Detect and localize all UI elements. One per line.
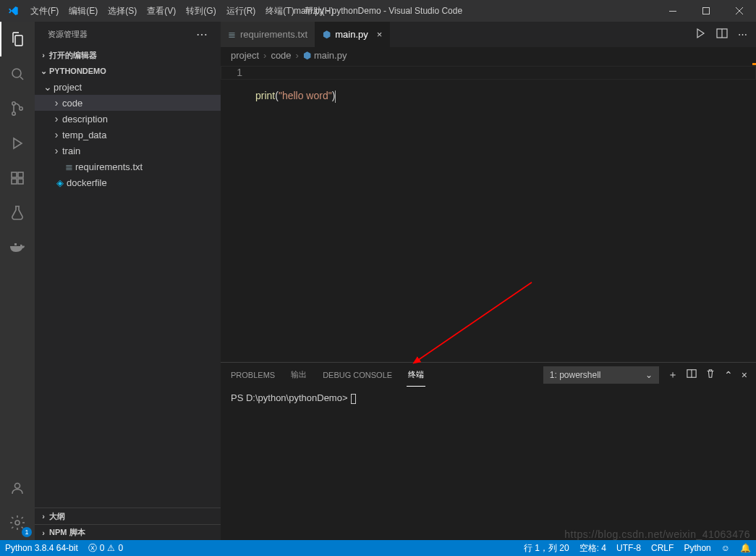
editor-tabs: ≣ requirements.txt ⬢ main.py × ⋯ — [221, 22, 756, 47]
panel-tab-debug-console[interactable]: DEBUG CONSOLE — [321, 363, 394, 387]
activity-settings[interactable]: 1 — [0, 505, 35, 540]
activity-bar: 1 — [0, 22, 35, 540]
split-terminal-icon[interactable] — [687, 368, 697, 381]
vscode-icon — [0, 5, 25, 17]
svg-point-4 — [12, 112, 15, 115]
svg-point-5 — [20, 107, 22, 110]
svg-rect-8 — [18, 179, 23, 184]
tree-folder-temp-data[interactable]: › temp_data — [35, 127, 221, 143]
terminal-cursor — [351, 394, 356, 404]
activity-docker[interactable] — [0, 230, 35, 265]
status-bar: Python 3.8.4 64-bit ⓧ0 ⚠0 行 1，列 20 空格: 4… — [0, 540, 756, 556]
breadcrumb-code[interactable]: code — [271, 50, 291, 61]
menu-go[interactable]: 转到(G) — [181, 0, 221, 22]
status-notifications-icon[interactable]: 🔔 — [735, 540, 756, 556]
status-language[interactable]: Python — [679, 540, 715, 556]
svg-point-15 — [15, 521, 20, 525]
menu-edit[interactable]: 编辑(E) — [64, 0, 103, 22]
tree-folder-code[interactable]: › code — [35, 95, 221, 111]
explorer-sidebar: 资源管理器 ⋯ › 打开的编辑器 ⌄ PYTHONDEMO ⌄ project … — [35, 22, 221, 540]
split-editor-icon[interactable] — [716, 28, 728, 41]
minimize-button[interactable] — [656, 0, 689, 22]
terminal-prompt: PS D:\python\pythonDemo> — [231, 392, 348, 403]
minimap[interactable] — [698, 63, 756, 362]
status-indent[interactable]: 空格: 4 — [574, 540, 611, 556]
line-number-gutter: 1 — [221, 63, 255, 362]
more-actions-icon[interactable]: ⋯ — [738, 29, 747, 40]
file-icon: ≣ — [62, 161, 75, 172]
status-python-interpreter[interactable]: Python 3.8.4 64-bit — [0, 540, 83, 556]
panel-tab-problems[interactable]: PROBLEMS — [229, 363, 276, 387]
svg-rect-9 — [18, 172, 23, 177]
maximize-panel-icon[interactable]: ⌃ — [724, 369, 733, 381]
tree-file-requirements[interactable]: ≣ requirements.txt — [35, 159, 221, 174]
tree-folder-description[interactable]: › description — [35, 111, 221, 127]
tab-label: main.py — [335, 29, 368, 40]
window-title: main.py - pythonDemo - Visual Studio Cod… — [294, 6, 462, 16]
menu-bar: 文件(F) 编辑(E) 选择(S) 查看(V) 转到(G) 运行(R) 终端(T… — [25, 0, 339, 22]
terminal-content[interactable]: PS D:\python\pythonDemo> — [221, 387, 756, 540]
sidebar-title: 资源管理器 — [48, 29, 88, 40]
status-problems[interactable]: ⓧ0 ⚠0 — [83, 540, 128, 556]
chevron-right-icon: › — [38, 51, 49, 59]
breadcrumb-project[interactable]: project — [231, 50, 259, 61]
status-feedback-icon[interactable]: ☺ — [716, 540, 735, 556]
activity-accounts[interactable] — [0, 471, 35, 505]
maximize-button[interactable] — [689, 0, 723, 22]
activity-explorer[interactable] — [0, 22, 35, 56]
new-terminal-icon[interactable]: ＋ — [668, 368, 678, 382]
tab-main-py[interactable]: ⬢ main.py × — [315, 22, 390, 47]
tab-label: requirements.txt — [240, 29, 307, 40]
chevron-down-icon: ⌄ — [645, 370, 653, 380]
sidebar-more-icon[interactable]: ⋯ — [196, 28, 208, 41]
menu-view[interactable]: 查看(V) — [142, 0, 181, 22]
status-ln-col[interactable]: 行 1，列 20 — [519, 540, 574, 556]
error-icon: ⓧ — [88, 542, 97, 555]
kill-terminal-icon[interactable] — [705, 368, 715, 381]
open-editors-section[interactable]: › 打开的编辑器 — [35, 47, 221, 63]
panel-tab-output[interactable]: 输出 — [289, 363, 308, 387]
chevron-right-icon: › — [262, 50, 268, 61]
svg-point-3 — [12, 102, 15, 105]
title-bar: 文件(F) 编辑(E) 选择(S) 查看(V) 转到(G) 运行(R) 终端(T… — [0, 0, 756, 22]
python-icon: ⬢ — [323, 29, 331, 40]
bottom-panel: PROBLEMS 输出 DEBUG CONSOLE 终端 1: powershe… — [221, 362, 756, 540]
terminal-selector[interactable]: 1: powershell ⌄ — [543, 366, 659, 384]
status-encoding[interactable]: UTF-8 — [611, 540, 646, 556]
close-panel-icon[interactable]: × — [742, 369, 747, 381]
svg-rect-6 — [12, 172, 17, 177]
activity-search[interactable] — [0, 56, 35, 91]
close-tab-icon[interactable]: × — [377, 29, 383, 40]
run-icon[interactable] — [695, 28, 706, 41]
editor-group: ≣ requirements.txt ⬢ main.py × ⋯ project… — [221, 22, 756, 540]
project-root-section[interactable]: ⌄ PYTHONDEMO — [35, 63, 221, 79]
activity-testing[interactable] — [0, 195, 35, 230]
window-controls — [656, 0, 756, 22]
close-button[interactable] — [723, 0, 756, 22]
activity-run-debug[interactable] — [0, 126, 35, 161]
chevron-right-icon: › — [294, 50, 300, 61]
chevron-down-icon: ⌄ — [38, 67, 49, 76]
menu-run[interactable]: 运行(R) — [221, 0, 261, 22]
docker-icon: ◈ — [54, 177, 67, 188]
activity-extensions[interactable] — [0, 161, 35, 195]
panel-tab-terminal[interactable]: 终端 — [407, 363, 425, 387]
svg-point-14 — [15, 484, 20, 489]
python-icon: ⬢ — [303, 50, 311, 61]
tree-folder-train[interactable]: › train — [35, 143, 221, 159]
breadcrumbs: project › code › ⬢ main.py — [221, 47, 756, 63]
tab-requirements[interactable]: ≣ requirements.txt — [221, 22, 315, 47]
file-tree: ⌄ project › code › description › temp_da… — [35, 79, 221, 190]
status-eol[interactable]: CRLF — [646, 540, 679, 556]
outline-section[interactable]: ›大纲 — [35, 508, 221, 524]
code-editor[interactable]: 1 print("hello word") — [221, 63, 756, 362]
npm-scripts-section[interactable]: ›NPM 脚本 — [35, 524, 221, 540]
tree-file-dockerfile[interactable]: ◈ dockerfile — [35, 174, 221, 190]
breadcrumb-main[interactable]: ⬢ main.py — [303, 50, 347, 61]
warning-icon: ⚠ — [107, 543, 115, 553]
menu-file[interactable]: 文件(F) — [25, 0, 64, 22]
open-editors-label: 打开的编辑器 — [49, 50, 97, 61]
tree-folder-project[interactable]: ⌄ project — [35, 79, 221, 95]
menu-select[interactable]: 选择(S) — [103, 0, 142, 22]
activity-source-control[interactable] — [0, 91, 35, 126]
